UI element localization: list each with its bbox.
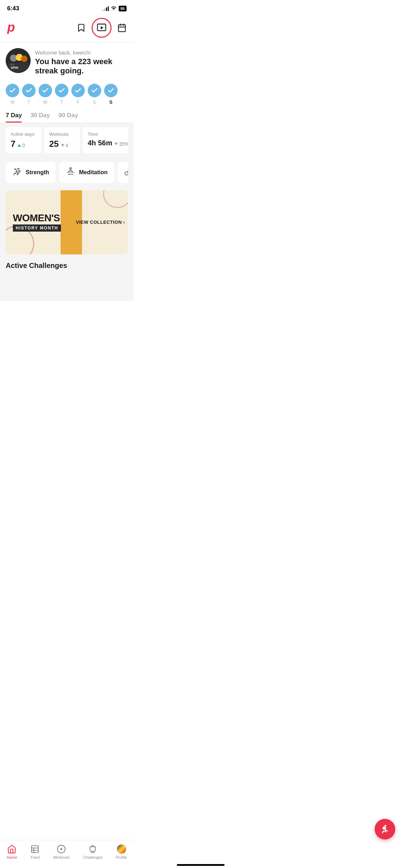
active-challenges-title: Active Challenges (6, 262, 128, 270)
wifi-icon (111, 6, 117, 12)
womens-history-banner[interactable]: WOMEN'S HISTORY MONTH VIEW COLLECTION › (6, 190, 128, 254)
day-circle-tue (22, 84, 36, 97)
view-collection-button[interactable]: VIEW COLLECTION › (76, 219, 125, 225)
stat-time: Time 4h 56m 35% (83, 127, 128, 153)
trend-down-icon (61, 144, 65, 147)
meditation-icon (66, 167, 76, 178)
tab-7day[interactable]: 7 Day (6, 112, 22, 123)
header-icons (75, 18, 128, 38)
svg-rect-3 (118, 25, 125, 32)
activity-meditation[interactable]: Meditation (59, 162, 114, 183)
stats-section: Active days 7 0 Workouts 25 4 Time (0, 123, 134, 157)
day-item-tue: T (22, 84, 36, 105)
svg-point-16 (125, 172, 128, 175)
day-label-wed: W (43, 99, 47, 105)
header: p (0, 15, 134, 42)
day-label-tue: T (27, 99, 30, 105)
day-item-fri: F (71, 84, 85, 105)
now-playing-button[interactable] (92, 18, 112, 38)
tab-30day[interactable]: 30 Day (30, 112, 50, 123)
day-item-sun: S (104, 84, 118, 105)
svg-point-14 (14, 168, 16, 170)
day-item-wed: W (38, 84, 52, 105)
day-item-sat: S (88, 84, 101, 105)
challenges-section: Active Challenges (0, 259, 134, 301)
status-bar: 6:43 86 (0, 0, 134, 15)
activity-cycling[interactable]: Cy (118, 162, 128, 183)
day-label-mon: M (11, 99, 15, 105)
welcome-section: SPIN LIFE Welcome back, kweich! You have… (0, 42, 134, 80)
calendar-button[interactable] (116, 22, 128, 34)
trend-down-icon (114, 143, 118, 145)
status-time: 6:43 (7, 5, 19, 12)
status-icons: 86 (102, 6, 127, 12)
peloton-logo: p (6, 20, 20, 36)
welcome-text: Welcome back, kweich! You have a 223 wee… (35, 48, 128, 76)
banner-right-content: VIEW COLLECTION › (73, 219, 128, 225)
day-circle-sun (104, 84, 118, 97)
banner-arch-right-decoration (103, 190, 128, 208)
svg-point-15 (70, 167, 71, 169)
day-item-mon: M (6, 84, 19, 105)
strength-label: Strength (26, 169, 49, 176)
day-item-thu: T (55, 84, 68, 105)
day-label-sat: S (93, 99, 96, 105)
stat-workouts: Workouts 25 4 (44, 127, 80, 153)
meditation-label: Meditation (79, 169, 108, 176)
svg-point-10 (21, 56, 27, 62)
cycling-icon (124, 167, 128, 178)
stat-active-days: Active days 7 0 (6, 127, 41, 153)
day-circle-sat (88, 84, 101, 97)
banner-title: WOMEN'S (13, 213, 66, 223)
tab-90day[interactable]: 90 Day (58, 112, 78, 123)
welcome-streak: You have a 223 week streak going. (35, 57, 128, 76)
day-circle-mon (6, 84, 19, 97)
battery-icon: 86 (119, 6, 127, 11)
svg-text:LIFE: LIFE (10, 63, 15, 66)
welcome-greeting: Welcome back, kweich! (35, 50, 128, 56)
signal-icon (102, 6, 109, 11)
svg-text:SPIN: SPIN (11, 66, 18, 69)
avatar: SPIN LIFE (6, 48, 31, 73)
activity-section: Strength Meditation (0, 157, 134, 187)
svg-text:p: p (7, 20, 15, 34)
activity-chips: Strength Meditation (6, 162, 128, 183)
svg-marker-2 (101, 26, 103, 29)
day-circle-wed (38, 84, 52, 97)
day-circle-thu (55, 84, 68, 97)
banner-subtitle: HISTORY MONTH (13, 224, 61, 232)
stats-row: Active days 7 0 Workouts 25 4 Time (6, 127, 128, 153)
day-label-sun: S (109, 99, 113, 105)
activity-strength[interactable]: Strength (6, 162, 56, 183)
bookmark-button[interactable] (75, 22, 87, 34)
day-label-fri: F (77, 99, 79, 105)
period-tabs: 7 Day 30 Day 90 Day (0, 110, 134, 123)
banner-left-content: WOMEN'S HISTORY MONTH (6, 206, 73, 239)
streak-days: M T W T F S S (0, 80, 134, 110)
day-circle-fri (71, 84, 85, 97)
chevron-right-icon: › (123, 219, 125, 225)
strength-icon (12, 167, 22, 178)
day-label-thu: T (60, 99, 63, 105)
banner-section: WOMEN'S HISTORY MONTH VIEW COLLECTION › (0, 187, 134, 259)
trend-up-icon (17, 144, 21, 147)
